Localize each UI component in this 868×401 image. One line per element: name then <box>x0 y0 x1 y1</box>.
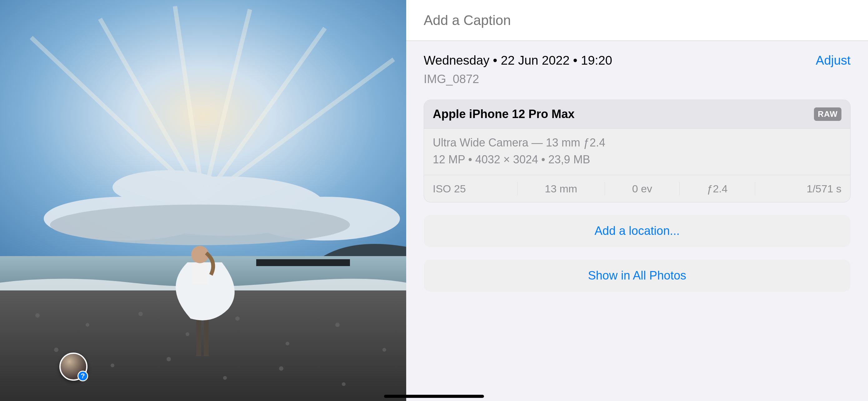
svg-point-25 <box>166 357 171 361</box>
lens-info: Ultra Wide Camera — 13 mm ƒ2.4 <box>433 136 841 149</box>
unknown-person-icon: ? <box>78 371 88 381</box>
adjust-date-button[interactable]: Adjust <box>816 54 850 67</box>
add-location-button[interactable]: Add a location... <box>424 215 850 247</box>
photo-date: Wednesday • 22 Jun 2022 • 19:20 <box>424 54 612 67</box>
stat-shutter: 1/571 s <box>758 183 841 195</box>
svg-point-17 <box>138 312 143 316</box>
photo-content <box>0 0 406 401</box>
stat-focal: 13 mm <box>521 183 601 195</box>
svg-point-27 <box>279 366 283 371</box>
image-dimensions: 12 MP • 4032 × 3024 • 23,9 MB <box>433 153 841 166</box>
svg-point-16 <box>86 323 89 327</box>
svg-rect-13 <box>256 259 350 266</box>
camera-info-card: Apple iPhone 12 Pro Max RAW Ultra Wide C… <box>424 100 850 202</box>
svg-point-20 <box>286 342 289 345</box>
photo-filename: IMG_0872 <box>424 72 850 86</box>
svg-point-15 <box>35 313 40 318</box>
svg-point-23 <box>54 347 58 352</box>
stat-ev: 0 ev <box>608 183 677 195</box>
svg-point-26 <box>223 376 227 380</box>
caption-input[interactable] <box>406 0 868 41</box>
svg-point-24 <box>111 364 114 367</box>
raw-badge: RAW <box>814 107 841 121</box>
svg-point-10 <box>113 170 225 205</box>
show-in-all-photos-button[interactable]: Show in All Photos <box>424 260 850 292</box>
info-panel: Wednesday • 22 Jun 2022 • 19:20 Adjust I… <box>406 0 868 401</box>
svg-point-28 <box>342 382 346 386</box>
photo-viewer[interactable]: ? <box>0 0 406 401</box>
svg-point-18 <box>186 332 189 336</box>
camera-device: Apple iPhone 12 Pro Max <box>433 107 575 121</box>
svg-rect-32 <box>192 262 209 284</box>
stat-aperture: ƒ2.4 <box>683 183 752 195</box>
stat-iso: ISO 25 <box>433 183 514 195</box>
svg-point-11 <box>50 205 350 245</box>
svg-point-22 <box>382 348 386 352</box>
home-indicator[interactable] <box>384 395 484 398</box>
svg-point-19 <box>235 316 240 321</box>
people-face-badge[interactable]: ? <box>59 353 88 381</box>
svg-point-21 <box>335 323 340 327</box>
